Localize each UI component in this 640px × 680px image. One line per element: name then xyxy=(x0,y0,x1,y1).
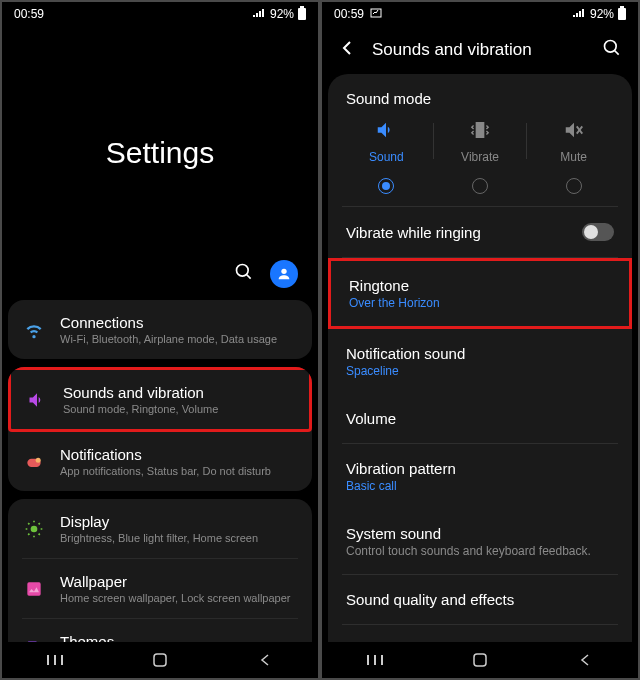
svg-rect-6 xyxy=(27,582,40,595)
item-title: Connections xyxy=(60,314,298,331)
display-icon xyxy=(22,519,46,539)
status-bar: 00:59 92% xyxy=(322,2,638,26)
wallpaper-icon xyxy=(22,579,46,599)
item-subtitle: Home screen wallpaper, Lock screen wallp… xyxy=(60,592,298,604)
toggle-switch[interactable] xyxy=(582,223,614,241)
status-bar: 00:59 92% xyxy=(2,2,318,26)
setting-row-sound-quality-and-effects[interactable]: Sound quality and effects xyxy=(328,575,632,624)
status-time: 00:59 xyxy=(14,7,44,21)
status-time: 00:59 xyxy=(334,7,364,21)
battery-icon xyxy=(298,8,306,20)
svg-rect-14 xyxy=(476,123,483,138)
sound-mode-sound[interactable]: Sound xyxy=(340,119,433,194)
screen-header: Sounds and vibration xyxy=(322,26,638,74)
svg-point-0 xyxy=(237,265,249,277)
signal-icon xyxy=(572,7,586,21)
row-title: Sound quality and effects xyxy=(346,591,614,608)
setting-row-volume[interactable]: Volume xyxy=(328,394,632,443)
vibrate-while-ringing-row[interactable]: Vibrate while ringing xyxy=(328,207,632,257)
setting-row-notification-sound[interactable]: Notification soundSpaceline xyxy=(328,329,632,394)
item-title: Display xyxy=(60,513,298,530)
nav-bar xyxy=(322,642,638,678)
row-title: Vibration pattern xyxy=(346,460,614,477)
settings-item-notifications[interactable]: NotificationsApp notifications, Status b… xyxy=(8,432,312,491)
row-title: Vibrate while ringing xyxy=(346,224,582,241)
svg-line-1 xyxy=(247,275,251,279)
settings-item-wallpaper[interactable]: WallpaperHome screen wallpaper, Lock scr… xyxy=(8,559,312,618)
row-title: System sound xyxy=(346,525,614,542)
sound-icon xyxy=(25,390,49,410)
notif-icon xyxy=(22,452,46,472)
item-title: Themes xyxy=(60,633,298,642)
row-title: Notification sound xyxy=(346,345,614,362)
item-subtitle: App notifications, Status bar, Do not di… xyxy=(60,465,298,477)
sounds-vibration-screen: 00:59 92% Sounds and vibration Sound mod… xyxy=(322,2,638,678)
row-subtitle: Basic call xyxy=(346,479,614,493)
profile-avatar[interactable] xyxy=(270,260,298,288)
back-button[interactable] xyxy=(565,653,605,667)
svg-point-5 xyxy=(31,525,38,532)
row-title: Volume xyxy=(346,410,614,427)
svg-point-4 xyxy=(36,457,41,462)
settings-screen: 00:59 92% Settings ConnectionsWi-Fi, Blu… xyxy=(2,2,318,678)
setting-row-vibration-pattern[interactable]: Vibration patternBasic call xyxy=(328,444,632,509)
settings-item-themes[interactable]: ThemesDownloadable themes, wallpapers, a… xyxy=(8,619,312,642)
svg-point-12 xyxy=(605,41,617,53)
item-subtitle: Sound mode, Ringtone, Volume xyxy=(63,403,295,415)
radio-icon xyxy=(472,178,488,194)
mode-label: Mute xyxy=(560,150,587,164)
recents-button[interactable] xyxy=(35,653,75,667)
setting-row-ringtone[interactable]: RingtoneOver the Horizon xyxy=(328,258,632,329)
setting-row-system-sound[interactable]: System soundControl touch sounds and key… xyxy=(328,509,632,574)
svg-rect-10 xyxy=(154,654,166,666)
radio-icon xyxy=(378,178,394,194)
battery-percent: 92% xyxy=(270,7,294,21)
recents-button[interactable] xyxy=(355,653,395,667)
mode-label: Sound xyxy=(369,150,404,164)
settings-group: Sounds and vibrationSound mode, Ringtone… xyxy=(8,367,312,491)
mute-icon xyxy=(563,119,585,144)
item-subtitle: Wi-Fi, Bluetooth, Airplane mode, Data us… xyxy=(60,333,298,345)
item-subtitle: Brightness, Blue light filter, Home scre… xyxy=(60,532,298,544)
settings-group: ConnectionsWi-Fi, Bluetooth, Airplane mo… xyxy=(8,300,312,359)
item-title: Sounds and vibration xyxy=(63,384,295,401)
row-title: Ringtone xyxy=(349,277,611,294)
back-icon[interactable] xyxy=(338,39,356,61)
wifi-icon xyxy=(22,320,46,340)
battery-percent: 92% xyxy=(590,7,614,21)
row-subtitle: Over the Horizon xyxy=(349,296,611,310)
page-title: Settings xyxy=(2,136,318,170)
search-icon[interactable] xyxy=(602,38,622,62)
battery-icon xyxy=(618,8,626,20)
signal-icon xyxy=(252,7,266,21)
sound-mode-label: Sound mode xyxy=(328,74,632,115)
themes-icon xyxy=(22,639,46,643)
sound-icon xyxy=(375,119,397,144)
home-button[interactable] xyxy=(460,652,500,668)
svg-line-13 xyxy=(615,51,619,55)
settings-panel: Sound mode SoundVibrateMute Vibrate whil… xyxy=(328,74,632,642)
settings-item-sounds-and-vibration[interactable]: Sounds and vibrationSound mode, Ringtone… xyxy=(8,367,312,432)
back-button[interactable] xyxy=(245,653,285,667)
header-title: Sounds and vibration xyxy=(372,40,586,60)
nav-bar xyxy=(2,642,318,678)
svg-point-2 xyxy=(281,269,286,274)
svg-rect-20 xyxy=(474,654,486,666)
home-button[interactable] xyxy=(140,652,180,668)
radio-icon xyxy=(566,178,582,194)
row-subtitle: Control touch sounds and keyboard feedba… xyxy=(346,544,614,558)
settings-item-connections[interactable]: ConnectionsWi-Fi, Bluetooth, Airplane mo… xyxy=(8,300,312,359)
vibrate-icon xyxy=(469,119,491,144)
search-icon[interactable] xyxy=(234,262,254,286)
setting-row-separate-app-sound[interactable]: Separate app sound xyxy=(328,625,632,642)
item-title: Notifications xyxy=(60,446,298,463)
sound-mode-mute[interactable]: Mute xyxy=(527,119,620,194)
settings-group: DisplayBrightness, Blue light filter, Ho… xyxy=(8,499,312,642)
row-subtitle: Spaceline xyxy=(346,364,614,378)
settings-item-display[interactable]: DisplayBrightness, Blue light filter, Ho… xyxy=(8,499,312,558)
sound-mode-vibrate[interactable]: Vibrate xyxy=(434,119,527,194)
item-title: Wallpaper xyxy=(60,573,298,590)
mode-label: Vibrate xyxy=(461,150,499,164)
screenshot-icon xyxy=(370,7,382,21)
